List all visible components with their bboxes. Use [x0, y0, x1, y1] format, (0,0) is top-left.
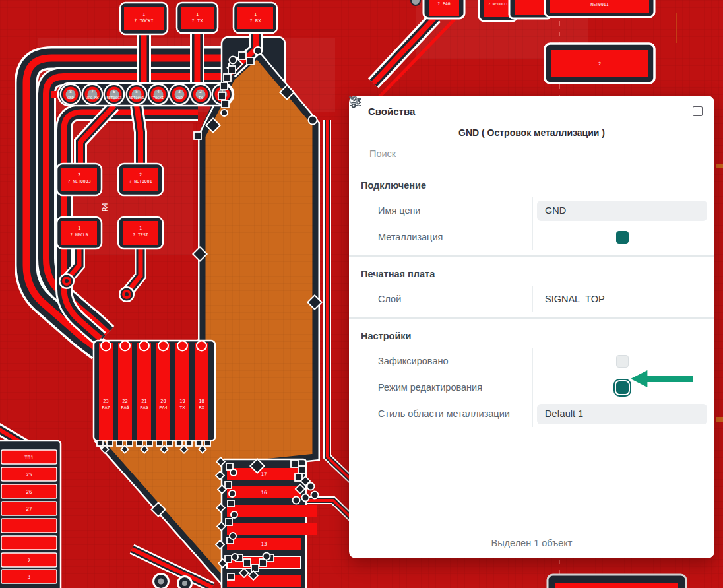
svg-text:PA5: PA5: [140, 405, 148, 410]
svg-text:19: 19: [179, 399, 185, 404]
pad-net0011-wide[interactable]: NET0011: [545, 0, 654, 17]
svg-text:1: 1: [139, 226, 142, 231]
svg-text:TX: TX: [199, 96, 203, 100]
pad-tx-top[interactable]: 1 ? TX: [177, 3, 218, 33]
pad-bottom-right[interactable]: [548, 575, 686, 588]
svg-text:NET0001: NET0001: [129, 96, 144, 100]
panel-header: Свойства: [349, 96, 714, 121]
layer-value: SIGNAL_TOP: [545, 294, 699, 304]
pad-pa0[interactable]: ? PA0: [424, 0, 464, 18]
section-board-header[interactable]: Печатная плата: [349, 266, 714, 286]
search-field[interactable]: Поиск: [361, 148, 703, 168]
panel-title: Свойства: [368, 106, 415, 117]
svg-text:? TOCKI: ? TOCKI: [134, 18, 154, 24]
pad-net0001[interactable]: 2 ? NET0001: [118, 164, 163, 195]
svg-text:25: 25: [26, 472, 32, 478]
properties-panel: Свойства GND ( Островок металлизации ) П…: [349, 96, 714, 558]
selection-subtitle: GND ( Островок металлизации ): [349, 127, 714, 138]
section-settings: Настройки Зафиксировано Режим редактиров…: [349, 319, 714, 427]
svg-text:1: 1: [196, 12, 199, 17]
svg-text:? PA0: ? PA0: [437, 1, 451, 7]
section-settings-title: Настройки: [361, 331, 412, 341]
section-connection-header[interactable]: Подключение: [349, 178, 714, 197]
left-connector-block[interactable]: ТП125 2627 23: [0, 441, 61, 588]
svg-text:18: 18: [199, 399, 204, 404]
svg-text:1: 1: [254, 12, 257, 17]
pad-test[interactable]: 1 ? TEST: [118, 217, 163, 249]
svg-text:27: 27: [26, 506, 32, 512]
selection-status: Выделен 1 объект: [349, 538, 714, 548]
fixed-label: Зафиксировано: [349, 356, 532, 366]
svg-text:GND: GND: [176, 96, 183, 100]
pour-style-label: Стиль области металлизации: [349, 408, 532, 419]
svg-text:? TEST: ? TEST: [133, 232, 148, 238]
section-connection-title: Подключение: [361, 180, 426, 191]
layer-label: Слой: [349, 294, 532, 304]
svg-text:21: 21: [141, 399, 146, 404]
row-fixed: Зафиксировано: [349, 348, 714, 374]
row-layer: Слой SIGNAL_TOP: [349, 286, 714, 312]
svg-text:1: 1: [78, 226, 80, 231]
row-net-name: Имя цепи GND: [349, 197, 714, 224]
svg-text:? NET0003: ? NET0003: [67, 179, 90, 184]
svg-text:PA6: PA6: [121, 405, 129, 410]
svg-text:7: 7: [91, 89, 94, 94]
svg-text:20: 20: [160, 399, 166, 404]
pour-style-select[interactable]: Default 1: [537, 404, 707, 424]
dock-window-icon[interactable]: [693, 106, 703, 116]
via-top[interactable]: [411, 0, 420, 5]
net-name-select[interactable]: GND: [537, 201, 707, 221]
svg-text:PA7: PA7: [102, 405, 110, 410]
svg-text:TOCKI: TOCKI: [153, 96, 164, 100]
svg-text:ТП1: ТП1: [24, 455, 34, 461]
pour-style-value: Default 1: [545, 408, 699, 419]
svg-text:1: 1: [142, 12, 145, 17]
edit-mode-checkbox[interactable]: [616, 381, 629, 394]
pcb-editor-viewport: CHU3428BNZI-1 R4: [0, 0, 723, 588]
svg-text:23: 23: [103, 399, 108, 404]
svg-text:2: 2: [28, 558, 31, 564]
svg-text:16: 16: [261, 490, 267, 496]
svg-text:RX: RX: [199, 405, 204, 410]
svg-text:NET0011: NET0011: [590, 2, 608, 7]
svg-text:UCC_MK: UCC_MK: [86, 96, 100, 100]
section-board-title: Печатная плата: [361, 269, 435, 279]
svg-text:26: 26: [26, 489, 32, 495]
svg-text:TX: TX: [179, 405, 185, 410]
svg-text:2: 2: [598, 61, 601, 67]
svg-text:3: 3: [178, 89, 181, 94]
ic-pins-block[interactable]: 23PA7 22PA6 21PA5 20PA4 19TX 18RX: [94, 341, 215, 441]
pad-nmclr[interactable]: 1 ? NMCLR: [57, 217, 102, 249]
edit-mode-label: Режим редактирования: [349, 382, 532, 393]
svg-text:2: 2: [139, 172, 142, 178]
pad-rx-top[interactable]: 1 ? RX: [234, 3, 277, 33]
svg-text:4: 4: [157, 89, 160, 94]
pad-tocki[interactable]: 1 ? TOCKI: [120, 3, 168, 34]
section-settings-header[interactable]: Настройки: [349, 328, 714, 348]
svg-text:2: 2: [78, 172, 80, 178]
svg-text:6: 6: [113, 89, 115, 94]
svg-text:22: 22: [122, 399, 127, 404]
pin-header-row[interactable]: 8GND 7UCC_MK 6NET0003 5NET0001 4TOCKI 3G…: [58, 83, 234, 106]
svg-text:2: 2: [199, 89, 202, 94]
net-name-value: GND: [545, 205, 699, 216]
layer-select[interactable]: SIGNAL_TOP: [537, 289, 707, 310]
svg-text:17: 17: [261, 471, 267, 477]
pad-net0003[interactable]: 2 ? NET0003: [57, 164, 102, 195]
svg-text:8: 8: [69, 89, 72, 94]
plating-checkbox[interactable]: [616, 231, 629, 244]
plating-label: Металлизация: [349, 232, 532, 242]
fixed-checkbox[interactable]: [616, 355, 629, 368]
svg-text:PA4: PA4: [159, 405, 168, 410]
section-board: Печатная плата Слой SIGNAL_TOP: [349, 257, 714, 319]
svg-text:5: 5: [135, 89, 138, 94]
pad-2[interactable]: 2: [545, 44, 654, 83]
svg-text:NET0003: NET0003: [106, 96, 121, 100]
row-pour-style: Стиль области металлизации Default 1: [349, 401, 714, 427]
net-name-label: Имя цепи: [349, 205, 532, 216]
svg-text:13: 13: [261, 541, 267, 547]
svg-text:? NET0001: ? NET0001: [129, 179, 152, 184]
svg-text:? RX: ? RX: [250, 18, 262, 24]
svg-text:? NMCLR: ? NMCLR: [70, 232, 88, 238]
silkscreen-r4: R4: [101, 202, 110, 211]
